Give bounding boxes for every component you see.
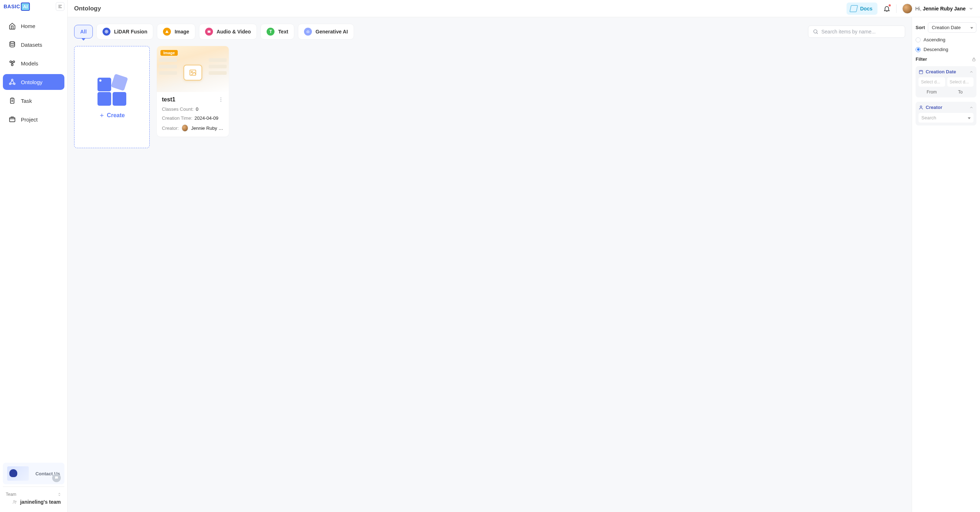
filter-chip-all[interactable]: All <box>74 25 93 38</box>
team-switch-icon[interactable] <box>57 492 62 496</box>
sidebar-item-models[interactable]: Models <box>3 55 64 71</box>
creator-search-placeholder: Search <box>921 115 936 120</box>
sort-select[interactable]: Creation Date <box>928 22 977 33</box>
svg-point-28 <box>920 106 922 108</box>
svg-point-24 <box>221 99 221 100</box>
sidebar-item-label: Project <box>21 116 38 123</box>
radio-unchecked-icon <box>916 37 921 43</box>
filter-creation-date-header[interactable]: Creation Date <box>918 69 974 75</box>
sort-value: Creation Date <box>932 25 961 30</box>
notifications-button[interactable] <box>883 5 891 12</box>
search-box[interactable] <box>808 25 905 38</box>
docs-button[interactable]: Docs <box>846 3 877 15</box>
project-icon <box>9 116 16 123</box>
svg-point-25 <box>221 101 221 102</box>
classes-count-value: 0 <box>196 106 198 112</box>
filter-chip-text[interactable]: T Text <box>261 24 294 40</box>
filter-creation-date-panel: Creation Date Select d... Select d... Fr… <box>916 66 977 97</box>
sidebar-collapse-button[interactable] <box>56 2 64 11</box>
type-badge: Image <box>161 50 178 56</box>
filter-label: Image <box>175 29 189 35</box>
page-title: Ontology <box>74 5 101 12</box>
filter-label: Audio & Video <box>216 29 251 35</box>
sidebar-item-task[interactable]: Task <box>3 93 64 109</box>
ontology-icon <box>9 78 16 86</box>
audiovideo-icon <box>205 28 213 36</box>
sidebar-item-ontology[interactable]: Ontology <box>3 74 64 90</box>
svg-point-6 <box>11 64 13 66</box>
ontology-thumbnail: Image <box>157 46 229 92</box>
filter-label: Generative AI <box>315 29 348 35</box>
creation-time-label: Creation Time: <box>162 116 192 121</box>
brand-logo[interactable]: BASIC AI <box>3 3 30 11</box>
svg-point-22 <box>191 71 192 73</box>
filter-chip-generativeai[interactable]: Generative AI <box>298 24 354 40</box>
avatar <box>902 3 912 14</box>
create-ontology-card[interactable]: Create <box>74 46 150 148</box>
svg-point-19 <box>308 32 309 32</box>
search-input[interactable] <box>821 29 900 35</box>
brand-suffix: AI <box>21 3 30 11</box>
lock-icon <box>971 57 977 62</box>
create-label: Create <box>107 112 125 119</box>
sidebar-item-label: Models <box>21 60 38 67</box>
creator-value: Jennie Ruby Ja... <box>191 125 224 131</box>
svg-rect-26 <box>973 59 975 61</box>
filter-bar: All LiDAR Fusion Image <box>74 24 905 40</box>
filter-chip-lidar[interactable]: LiDAR Fusion <box>96 24 154 40</box>
svg-point-4 <box>10 61 11 63</box>
filter-chip-image[interactable]: Image <box>157 24 195 40</box>
ontology-more-button[interactable] <box>218 97 224 103</box>
filter-label: Filter <box>916 57 927 62</box>
team-label: Team <box>6 492 16 497</box>
user-name: Jennie Ruby Jane <box>923 6 966 11</box>
team-selector[interactable]: janineling's team <box>6 499 62 505</box>
image-icon <box>163 28 171 36</box>
sidebar-item-label: Home <box>21 23 35 29</box>
ontology-card[interactable]: Image tes <box>157 46 229 136</box>
sidebar-item-label: Datasets <box>21 42 42 48</box>
sort-ascending-radio[interactable]: Ascending <box>916 37 977 43</box>
sidebar-item-home[interactable]: Home <box>3 18 64 34</box>
filter-creator-panel: Creator Search <box>916 102 977 125</box>
creator-filter-label: Creator <box>926 105 942 110</box>
creator-search-select[interactable]: Search <box>918 113 974 123</box>
home-icon <box>9 22 16 30</box>
datasets-icon <box>9 41 16 48</box>
calendar-icon <box>918 70 924 75</box>
models-icon <box>9 60 16 67</box>
svg-rect-16 <box>208 30 210 33</box>
person-icon <box>918 105 924 110</box>
svg-rect-10 <box>10 98 14 103</box>
date-from-input[interactable]: Select d... <box>918 77 945 87</box>
filter-creator-header[interactable]: Creator <box>918 105 974 110</box>
radio-checked-icon <box>916 47 921 52</box>
svg-point-13 <box>15 501 16 502</box>
notification-dot <box>889 4 891 6</box>
descending-label: Descending <box>924 47 948 52</box>
user-menu[interactable]: Hi, Jennie Ruby Jane <box>902 3 974 14</box>
filter-chip-audiovideo[interactable]: Audio & Video <box>199 24 257 40</box>
plus-icon <box>99 113 105 118</box>
svg-point-15 <box>105 30 108 33</box>
contact-us-card[interactable]: Contact Us <box>3 463 64 484</box>
filter-label: Text <box>278 29 288 35</box>
text-icon: T <box>267 28 275 36</box>
right-panel: Sort Creation Date Ascending Descending … <box>912 17 980 512</box>
task-icon <box>9 97 16 104</box>
chevron-down-icon <box>969 6 974 11</box>
docs-icon <box>850 5 858 12</box>
sort-descending-radio[interactable]: Descending <box>916 47 977 52</box>
svg-point-23 <box>221 97 221 98</box>
sidebar-item-label: Ontology <box>21 79 43 85</box>
chevron-up-icon <box>969 70 974 74</box>
ascending-label: Ascending <box>924 37 945 43</box>
sidebar-item-project[interactable]: Project <box>3 111 64 127</box>
create-illustration <box>97 76 127 106</box>
team-icon <box>12 499 17 504</box>
svg-point-3 <box>10 42 14 43</box>
menu-collapse-icon <box>57 4 63 9</box>
sort-label: Sort <box>916 25 925 30</box>
date-to-input[interactable]: Select d... <box>947 77 974 87</box>
sidebar-item-datasets[interactable]: Datasets <box>3 36 64 52</box>
